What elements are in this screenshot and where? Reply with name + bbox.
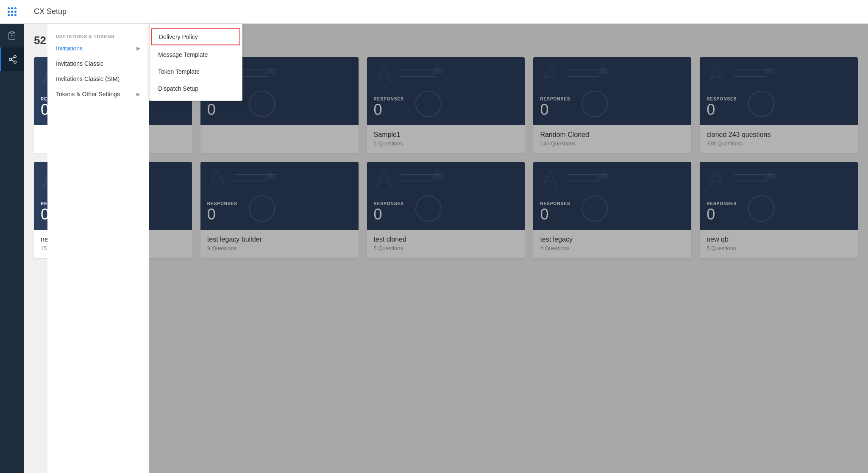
submenu-item-label: Dispatch Setup bbox=[158, 85, 198, 92]
nav-item-invitations-classic[interactable]: Invitations Classic bbox=[47, 56, 149, 71]
left-nav-panel: Invitations & Tokens Invitations ▶ Invit… bbox=[47, 24, 149, 473]
svg-line-7 bbox=[11, 57, 14, 59]
submenu-item-delivery-policy[interactable]: Delivery Policy bbox=[151, 28, 240, 45]
svg-rect-0 bbox=[10, 32, 13, 33]
svg-point-5 bbox=[14, 61, 16, 64]
nav-item-label: Invitations bbox=[56, 45, 83, 52]
nav-item-invitations[interactable]: Invitations ▶ bbox=[47, 41, 149, 56]
svg-point-4 bbox=[9, 58, 11, 61]
top-header: CX Setup bbox=[24, 0, 868, 24]
nav-item-label: Invitations Classic (SIM) bbox=[56, 75, 120, 82]
submenu-item-label: Delivery Policy bbox=[159, 33, 198, 40]
nav-item-label: Invitations Classic bbox=[56, 60, 103, 67]
chevron-right-icon: ▶ bbox=[136, 45, 140, 51]
apps-icon bbox=[8, 7, 16, 16]
sidebar-item-clipboard[interactable] bbox=[0, 24, 24, 47]
nav-backdrop[interactable] bbox=[149, 24, 868, 473]
submenu-item-token-template[interactable]: Token Template bbox=[150, 63, 242, 80]
submenu-item-label: Message Template bbox=[158, 51, 208, 58]
main-area: CX Setup 52 Questionnaires A bbox=[24, 0, 868, 473]
submenu-item-label: Token Template bbox=[158, 68, 200, 75]
svg-point-3 bbox=[14, 56, 16, 58]
submenu-item-dispatch-setup[interactable]: Dispatch Setup bbox=[150, 80, 242, 97]
nav-item-tokens-settings[interactable]: Tokens & Other Settings ▶ bbox=[47, 86, 149, 102]
svg-line-6 bbox=[11, 60, 14, 61]
app-title: CX Setup bbox=[34, 7, 67, 16]
sidebar-logo[interactable] bbox=[0, 0, 24, 24]
questionnaire-count: 52 bbox=[34, 34, 46, 47]
submenu-item-message-template[interactable]: Message Template bbox=[150, 46, 242, 63]
nav-item-label: Tokens & Other Settings bbox=[56, 91, 120, 97]
invitations-submenu: Delivery Policy Message Template Token T… bbox=[149, 24, 242, 101]
sidebar-item-share[interactable] bbox=[0, 47, 24, 71]
left-nav-section-label: Invitations & Tokens bbox=[47, 31, 149, 41]
sidebar bbox=[0, 0, 24, 473]
nav-item-invitations-classic-sim[interactable]: Invitations Classic (SIM) bbox=[47, 71, 149, 86]
chevron-right-icon: ▶ bbox=[136, 91, 140, 97]
